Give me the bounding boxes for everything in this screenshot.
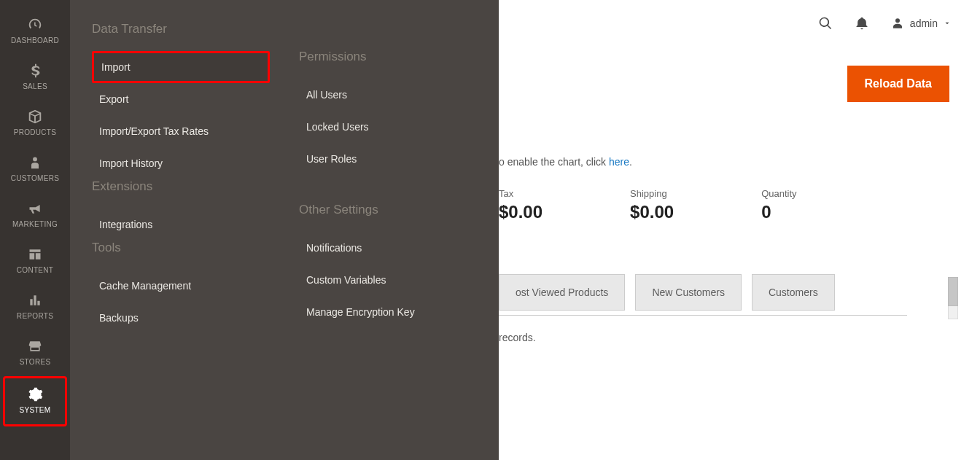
submenu-heading-data-transfer: Data Transfer [92,22,270,36]
stat-tax: Tax $0.00 [499,188,542,222]
sidebar-item-products[interactable]: PRODUCTS [0,101,70,147]
submenu-link-cache[interactable]: Cache Management [92,270,270,302]
submenu-link-encryption[interactable]: Manage Encryption Key [299,296,477,328]
sidebar-item-label: DASHBOARD [11,36,59,44]
submenu-link-custom-vars[interactable]: Custom Variables [299,264,477,296]
stat-label: Quantity [761,188,796,199]
sidebar-item-marketing[interactable]: MARKETING [0,192,70,238]
sidebar-item-label: SYSTEM [20,406,51,414]
submenu-link-all-users[interactable]: All Users [299,79,477,111]
submenu-link-import-history[interactable]: Import History [92,147,270,179]
chart-enable-link[interactable]: here [609,156,629,168]
topbar: admin [499,0,980,47]
submenu-col-2: Permissions All Users Locked Users User … [284,22,491,445]
search-icon[interactable] [818,16,833,31]
stat-value: $0.00 [499,202,542,222]
submenu-link-import[interactable]: Import [92,51,270,83]
megaphone-icon [25,200,45,217]
submenu-link-locked-users[interactable]: Locked Users [299,111,477,143]
submenu-link-user-roles[interactable]: User Roles [299,143,477,175]
sidebar-item-sales[interactable]: SALES [0,55,70,101]
submenu-link-tax-rates[interactable]: Import/Export Tax Rates [92,115,270,147]
dashboard-stats: Tax $0.00 Shipping $0.00 Quantity 0 [499,188,884,222]
user-icon [891,17,904,30]
stat-label: Shipping [630,188,674,199]
chart-icon [25,292,45,309]
submenu-heading-other-settings: Other Settings [299,203,477,217]
sidebar-item-reports[interactable]: REPORTS [0,284,70,330]
stat-shipping: Shipping $0.00 [630,188,674,222]
submenu-heading-tools: Tools [92,241,270,255]
sidebar-item-label: CUSTOMERS [11,174,59,182]
submenu-link-notifications[interactable]: Notifications [299,232,477,264]
scrollbar-thumb[interactable] [948,277,958,306]
admin-user-label: admin [910,17,938,29]
gear-icon [25,386,45,403]
stat-label: Tax [499,188,542,199]
submenu-heading-extensions: Extensions [92,179,270,194]
stat-value: $0.00 [630,202,674,222]
box-icon [25,108,45,125]
sidebar-item-label: REPORTS [17,312,53,320]
submenu-link-integrations[interactable]: Integrations [92,208,270,241]
submenu-link-export[interactable]: Export [92,83,270,115]
tab-new-customers[interactable]: New Customers [635,274,742,311]
gauge-icon [25,16,45,34]
chart-enable-message: o enable the chart, click here. [499,156,632,168]
person-icon [25,154,45,171]
system-submenu: Data Transfer Import Export Import/Expor… [70,0,499,460]
stat-quantity: Quantity 0 [761,188,796,222]
tabs-divider [499,315,907,316]
bell-icon[interactable] [855,16,869,31]
dollar-icon [25,62,45,79]
layout-icon [25,246,45,263]
sidebar-item-system[interactable]: SYSTEM [3,376,67,426]
admin-user-menu[interactable]: admin [891,17,951,30]
page-actions: Reload Data [499,66,980,102]
sidebar-item-label: CONTENT [17,266,53,274]
sidebar-item-customers[interactable]: CUSTOMERS [0,147,70,192]
left-sidebar: DASHBOARD SALES PRODUCTS CUSTOMERS MARKE… [0,0,70,460]
chart-msg-prefix: o enable the chart, click [499,156,609,168]
submenu-link-backups[interactable]: Backups [92,302,270,334]
sidebar-item-dashboard[interactable]: DASHBOARD [0,9,70,55]
sidebar-item-label: STORES [20,358,51,366]
sidebar-item-stores[interactable]: STORES [0,330,70,376]
chevron-down-icon [944,20,951,27]
chart-msg-suffix: . [629,156,632,168]
sidebar-item-content[interactable]: CONTENT [0,238,70,284]
sidebar-item-label: PRODUCTS [14,128,57,136]
store-icon [25,338,45,355]
stat-value: 0 [761,202,796,222]
tab-customers[interactable]: Customers [752,274,835,311]
records-text: records. [499,332,536,343]
tab-most-viewed[interactable]: ost Viewed Products [499,274,625,311]
submenu-heading-permissions: Permissions [299,50,477,64]
submenu-col-1: Data Transfer Import Export Import/Expor… [77,22,284,445]
sidebar-item-label: MARKETING [12,220,58,228]
sidebar-item-label: SALES [23,82,47,90]
reload-data-button[interactable]: Reload Data [847,66,949,102]
dashboard-tabs: ost Viewed Products New Customers Custom… [499,274,835,311]
